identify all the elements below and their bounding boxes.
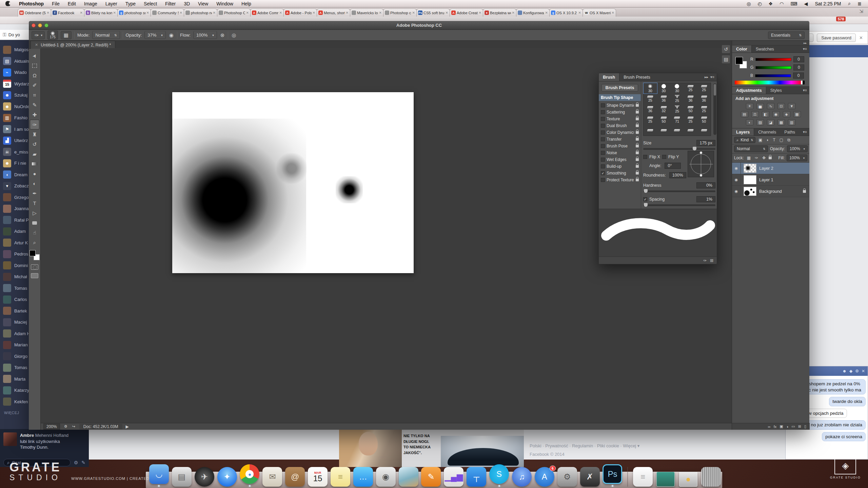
facetime[interactable]: ◉: [375, 467, 396, 487]
tab-close-icon[interactable]: ✕: [80, 11, 83, 15]
menu-item[interactable]: Window: [213, 0, 237, 7]
checkbox[interactable]: [601, 144, 605, 148]
brush-option[interactable]: Color Dynamics: [599, 129, 641, 136]
tab-close-icon[interactable]: ✕: [512, 11, 515, 15]
size-slider[interactable]: [643, 148, 715, 150]
brush-option[interactable]: Transfer: [599, 136, 641, 143]
menu-item[interactable]: Select: [140, 0, 161, 7]
adjustment-layer-icon[interactable]: ◑: [786, 425, 789, 429]
brush-option[interactable]: Dual Brush: [599, 122, 641, 129]
chat-close-icon[interactable]: ✕: [862, 369, 865, 373]
shape-tool[interactable]: [30, 218, 39, 228]
keynote[interactable]: ┬: [466, 467, 487, 487]
apple-menu-icon[interactable]: [5, 1, 11, 6]
layer-row[interactable]: ◉ Layer 1: [732, 174, 809, 186]
angle-roundness-control[interactable]: [688, 151, 714, 177]
compose-icon[interactable]: ✎: [81, 460, 85, 465]
time-machine-icon[interactable]: ◴: [754, 1, 765, 6]
brush-option[interactable]: Shape Dynamics: [599, 102, 641, 109]
system-preferences[interactable]: ⚙: [557, 467, 578, 487]
spacing-value[interactable]: 1%: [696, 196, 715, 202]
wifi-icon[interactable]: ◠: [776, 1, 787, 6]
browser-tab[interactable]: Photoshop cs6 ✕: [383, 8, 417, 17]
opacity-select[interactable]: 37%▾: [144, 31, 166, 39]
zoom-window-button[interactable]: [44, 23, 48, 27]
filter-shape-icon[interactable]: ▢: [778, 138, 784, 142]
tab-paths[interactable]: Paths: [780, 128, 799, 136]
minimized-window-1[interactable]: [655, 472, 676, 487]
brush-preset[interactable]: 30: [657, 83, 671, 94]
color-ramp[interactable]: [735, 81, 803, 84]
brush-preset[interactable]: 50: [697, 115, 711, 125]
link-layers-icon[interactable]: ∞: [768, 425, 771, 429]
advertisement[interactable]: NIE TYLKO NA DŁUGIE NOGI.TO NIEMIECKA JA…: [339, 429, 524, 467]
lock-icon[interactable]: [636, 118, 639, 120]
brush-preset[interactable]: 25: [670, 104, 684, 115]
gradient-tool[interactable]: [30, 159, 39, 169]
panel-collapse-icon[interactable]: ▸▸ ▾≡: [702, 73, 717, 81]
lock-icon[interactable]: [636, 111, 639, 114]
brush-preset[interactable]: 36: [657, 94, 671, 104]
eyedropper-tool[interactable]: ✎: [30, 100, 39, 110]
notes[interactable]: ≡: [330, 467, 351, 487]
hardness-slider[interactable]: [643, 190, 715, 192]
tab-close-icon[interactable]: ✕: [545, 11, 548, 15]
brush-preset[interactable]: 25: [670, 94, 684, 104]
brush-preset[interactable]: 30: [644, 83, 657, 94]
menu-item[interactable]: Layer: [102, 0, 121, 7]
brush-option[interactable]: Brush Tip Shape: [599, 94, 641, 101]
layer-effects-icon[interactable]: fx: [774, 425, 777, 429]
brush-preset[interactable]: 36: [697, 94, 711, 104]
menu-item[interactable]: Help: [238, 0, 255, 7]
checkbox[interactable]: [601, 110, 605, 114]
doc-close-icon[interactable]: ✕: [35, 43, 38, 47]
app-store[interactable]: A 6: [534, 467, 555, 487]
numbers-chart[interactable]: ▁▄▆: [443, 467, 464, 487]
lock-position-icon[interactable]: ✥: [761, 156, 767, 160]
history-brush-tool[interactable]: ↺: [30, 139, 39, 149]
lock-pixels-icon[interactable]: ✑: [754, 156, 759, 160]
brush-presets-button[interactable]: Brush Presets: [601, 84, 638, 92]
vibrance-icon[interactable]: ▼: [788, 103, 795, 109]
color-slider[interactable]: R 0: [750, 56, 804, 62]
tab-styles[interactable]: Styles: [766, 87, 786, 94]
pages[interactable]: ✎: [421, 467, 442, 487]
creative-cloud-icon[interactable]: ◎: [744, 1, 754, 6]
launchpad[interactable]: ✈: [194, 467, 215, 487]
preview-toggle-icon[interactable]: ✑: [703, 258, 707, 263]
blur-tool[interactable]: ●: [30, 169, 39, 179]
iphoto[interactable]: [398, 467, 419, 487]
gradient-map-icon[interactable]: ▩: [777, 119, 785, 125]
angle-value[interactable]: 0°: [665, 163, 681, 169]
brush-preset[interactable]: 25: [644, 115, 657, 125]
lock-icon[interactable]: [636, 179, 639, 181]
ramp-bw-swatch[interactable]: [801, 81, 805, 84]
window-titlebar[interactable]: Adobe Photoshop CC: [29, 21, 809, 30]
checkbox[interactable]: [601, 117, 605, 121]
roundness-value[interactable]: 100%: [669, 172, 686, 178]
exposure-icon[interactable]: ⊡: [777, 103, 785, 109]
tab-close-icon[interactable]: ✕: [180, 11, 182, 15]
layer-thumbnail[interactable]: [744, 187, 756, 196]
color-swatches[interactable]: [29, 250, 40, 260]
tab-layers[interactable]: Layers: [732, 128, 754, 136]
brush-preset[interactable]: [644, 125, 657, 136]
trash[interactable]: [701, 467, 722, 487]
browser-tab[interactable]: Konfigurowanie ✕: [516, 8, 550, 17]
input-source-icon[interactable]: ⌨: [787, 1, 800, 6]
tab-channels[interactable]: Channels: [754, 128, 780, 136]
layer-thumbnail[interactable]: [744, 175, 756, 184]
black-white-icon[interactable]: ◧: [762, 111, 769, 117]
layer-visibility-icon[interactable]: ◉: [732, 163, 741, 174]
curves-icon[interactable]: ∿: [767, 103, 774, 109]
brush-preset[interactable]: 36: [644, 104, 657, 115]
menu-clock[interactable]: Sat 2:25 PM: [811, 1, 844, 6]
tab-close-icon[interactable]: ✕: [279, 11, 282, 15]
chat-gear-icon[interactable]: ⚙: [855, 369, 859, 373]
invert-icon[interactable]: ◐: [746, 119, 753, 125]
status-share-icon[interactable]: ↪: [72, 424, 76, 429]
quick-selection-tool[interactable]: ✐: [30, 80, 39, 90]
selective-color-icon[interactable]: ▥: [788, 119, 795, 125]
brush-tool[interactable]: ✑: [30, 120, 39, 129]
browser-tab[interactable]: g photoshop smo ✕: [117, 8, 151, 17]
